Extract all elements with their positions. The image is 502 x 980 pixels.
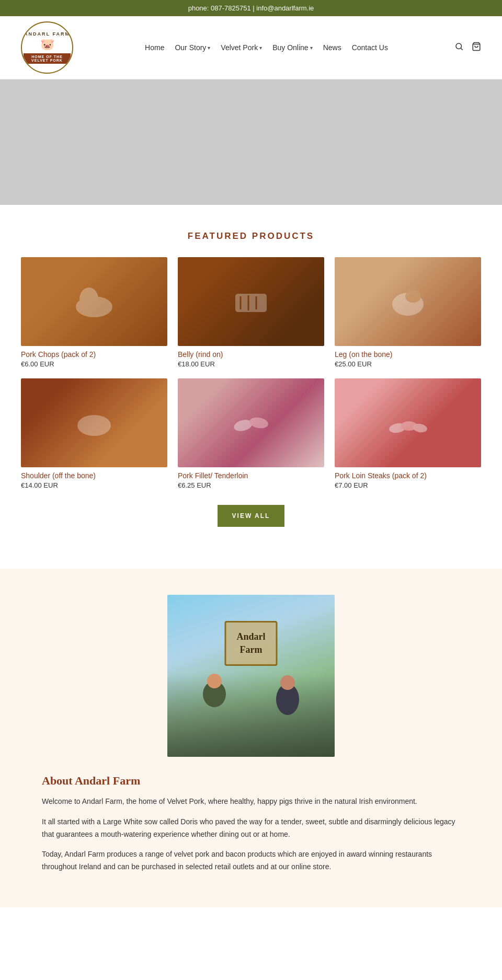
featured-products-section: FEATURED PRODUCTS Pork Chops (pack of 2)… bbox=[0, 205, 502, 569]
product-card-2[interactable]: Belly (rind on) €18.00 EUR bbox=[178, 257, 324, 368]
product-image-1 bbox=[21, 257, 167, 346]
about-image-wrap: Andarl Farm bbox=[21, 595, 481, 758]
svg-line-1 bbox=[461, 48, 462, 50]
nav-velvet-pork[interactable]: Velvet Pork ▾ bbox=[221, 43, 262, 52]
about-para-2: It all started with a Large White sow ca… bbox=[42, 816, 460, 841]
chevron-down-icon: ▾ bbox=[259, 45, 262, 51]
product-price-6: €7.00 EUR bbox=[335, 481, 481, 489]
farm-sign: Andarl Farm bbox=[224, 621, 277, 666]
chevron-down-icon: ▾ bbox=[310, 45, 313, 51]
product-card-5[interactable]: Pork Fillet/ Tenderloin €6.25 EUR bbox=[178, 378, 324, 489]
product-price-4: €14.00 EUR bbox=[21, 481, 167, 489]
product-name-6: Pork Loin Steaks (pack of 2) bbox=[335, 471, 481, 480]
people-svg bbox=[167, 673, 335, 757]
svg-point-13 bbox=[249, 416, 269, 430]
product-visual bbox=[73, 281, 115, 322]
svg-point-0 bbox=[456, 43, 462, 49]
product-name-4: Shoulder (off the bone) bbox=[21, 471, 167, 480]
product-visual bbox=[387, 281, 429, 322]
product-visual bbox=[230, 281, 272, 322]
product-visual bbox=[73, 402, 115, 444]
about-farm-image: Andarl Farm bbox=[167, 595, 335, 757]
product-visual bbox=[387, 402, 429, 444]
about-content: About Andarl Farm Welcome to Andarl Farm… bbox=[42, 774, 460, 873]
svg-point-10 bbox=[405, 290, 421, 303]
nav-buy-online[interactable]: Buy Online ▾ bbox=[272, 43, 312, 52]
chevron-down-icon: ▾ bbox=[208, 45, 210, 51]
product-visual bbox=[230, 402, 272, 444]
view-all-button[interactable]: VIEW ALL bbox=[218, 505, 285, 527]
product-price-2: €18.00 EUR bbox=[178, 360, 324, 368]
svg-point-11 bbox=[77, 415, 111, 436]
main-nav: Home Our Story ▾ Velvet Pork ▾ Buy Onlin… bbox=[145, 43, 388, 52]
product-card-6[interactable]: Pork Loin Steaks (pack of 2) €7.00 EUR bbox=[335, 378, 481, 489]
product-image-3 bbox=[335, 257, 481, 346]
about-section: Andarl Farm About Andarl Farm Welcome to… bbox=[0, 569, 502, 907]
product-card-3[interactable]: Leg (on the bone) €25.00 EUR bbox=[335, 257, 481, 368]
product-price-5: €6.25 EUR bbox=[178, 481, 324, 489]
logo-banner: HOME OF THE VELVET PORK bbox=[24, 53, 71, 64]
product-card-1[interactable]: Pork Chops (pack of 2) €6.00 EUR bbox=[21, 257, 167, 368]
nav-contact-us[interactable]: Contact Us bbox=[352, 43, 388, 52]
nav-home[interactable]: Home bbox=[145, 43, 164, 52]
product-price-3: €25.00 EUR bbox=[335, 360, 481, 368]
product-card-4[interactable]: Shoulder (off the bone) €14.00 EUR bbox=[21, 378, 167, 489]
about-para-1: Welcome to Andarl Farm, the home of Velv… bbox=[42, 795, 460, 808]
view-all-wrap: VIEW ALL bbox=[21, 505, 481, 527]
logo[interactable]: ANDARL FARM 🐷 HOME OF THE VELVET PORK bbox=[21, 21, 78, 74]
product-image-5 bbox=[178, 378, 324, 467]
product-name-3: Leg (on the bone) bbox=[335, 350, 481, 359]
nav-our-story[interactable]: Our Story ▾ bbox=[175, 43, 210, 52]
about-para-3: Today, Andarl Farm produces a range of v… bbox=[42, 848, 460, 873]
about-title: About Andarl Farm bbox=[42, 774, 460, 788]
search-button[interactable] bbox=[454, 42, 464, 54]
product-image-2 bbox=[178, 257, 324, 346]
featured-title: FEATURED PRODUCTS bbox=[21, 231, 481, 241]
product-image-4 bbox=[21, 378, 167, 467]
svg-point-4 bbox=[79, 287, 98, 310]
header-icons bbox=[454, 42, 481, 54]
header: ANDARL FARM 🐷 HOME OF THE VELVET PORK Ho… bbox=[0, 16, 502, 79]
svg-point-20 bbox=[280, 675, 295, 690]
search-icon bbox=[454, 42, 464, 51]
top-bar-text: phone: 087-7825751 | info@andarlfarm.ie bbox=[188, 4, 314, 12]
top-bar: phone: 087-7825751 | info@andarlfarm.ie bbox=[0, 0, 502, 16]
cart-icon bbox=[472, 42, 481, 51]
product-name-5: Pork Fillet/ Tenderloin bbox=[178, 471, 324, 480]
nav-news[interactable]: News bbox=[323, 43, 341, 52]
product-name-2: Belly (rind on) bbox=[178, 350, 324, 359]
logo-circle: ANDARL FARM 🐷 HOME OF THE VELVET PORK bbox=[21, 21, 73, 74]
hero-banner bbox=[0, 79, 502, 205]
cart-button[interactable] bbox=[472, 42, 481, 54]
product-image-6 bbox=[335, 378, 481, 467]
products-grid: Pork Chops (pack of 2) €6.00 EUR Belly (… bbox=[21, 257, 481, 489]
svg-point-18 bbox=[207, 674, 222, 688]
product-name-1: Pork Chops (pack of 2) bbox=[21, 350, 167, 359]
pig-icon: 🐷 bbox=[40, 38, 54, 51]
product-price-1: €6.00 EUR bbox=[21, 360, 167, 368]
logo-name: ANDARL FARM bbox=[24, 31, 70, 37]
